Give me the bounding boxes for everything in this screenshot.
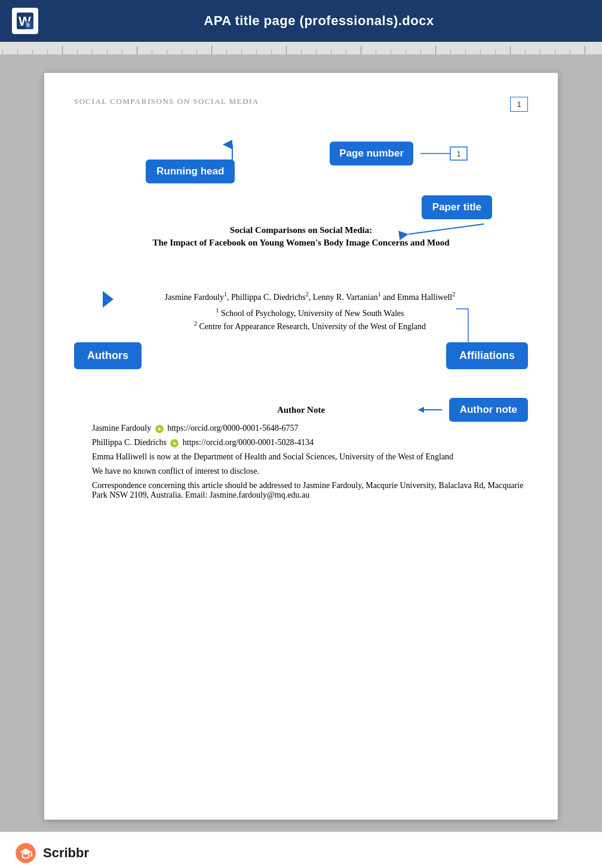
author-note-line-1: Jasmine Fardouly ● https://orcid.org/000… (74, 424, 528, 433)
paper-title-area: Social Comparisons on Social Media: The … (74, 219, 528, 266)
paper-content: SOCIAL COMPARISONS ON SOCIAL MEDIA 1 Run… (74, 97, 528, 500)
correspondence-line: Correspondence concerning this article s… (74, 481, 528, 500)
authors-section: Jasmine Fardouly1, Phillippa C. Diedrich… (74, 291, 528, 332)
running-head-label: Running head (146, 160, 235, 183)
author-note-annotation: Author note (413, 398, 528, 422)
svg-marker-18 (418, 407, 424, 413)
paper-title-label: Paper title (422, 195, 492, 219)
orcid-icon-1: ● (155, 425, 164, 433)
author-note-line-3: Emma Halliwell is now at the Department … (74, 452, 528, 462)
top-bar: W ≡ APA title page (professionals).docx (0, 0, 602, 42)
running-head-text: SOCIAL COMPARISONS ON SOCIAL MEDIA (74, 97, 259, 106)
author-note-section: Author Note Author note Jasmine Fardouly… (74, 405, 528, 500)
author-note-arrow (413, 403, 443, 417)
authors-text-area: Jasmine Fardouly1, Phillippa C. Diedrich… (74, 291, 528, 332)
author-note-header-row: Author Note Author note (74, 405, 528, 415)
annotation-row-middle: Authors Affiliations (74, 342, 528, 369)
scribbr-icon (14, 842, 37, 864)
scribbr-brand-text: Scribbr (43, 845, 89, 861)
page-number-box: 1 (510, 97, 528, 112)
main-area: SOCIAL COMPARISONS ON SOCIAL MEDIA 1 Run… (0, 55, 602, 832)
page-number-connector: 1 (420, 145, 456, 162)
word-icon: W ≡ (12, 8, 38, 34)
scribbr-logo: Scribbr (14, 842, 89, 864)
orcid-icon-2: ● (170, 439, 179, 447)
svg-text:1: 1 (457, 150, 461, 158)
author-note-line-4: We have no known conflict of interest to… (74, 467, 528, 476)
affiliations-label: Affiliations (446, 342, 528, 369)
footer: Scribbr (0, 832, 602, 868)
author-note-line-2: Phillippa C. Diedrichs ● https://orcid.o… (74, 438, 528, 447)
page-number-annotation: Page number 1 (330, 142, 456, 165)
authors-label: Authors (74, 342, 142, 369)
document-title: APA title page (professionals).docx (48, 13, 590, 29)
ruler (0, 42, 602, 55)
document-page: SOCIAL COMPARISONS ON SOCIAL MEDIA 1 Run… (44, 73, 558, 820)
svg-point-21 (30, 855, 32, 857)
svg-text:≡: ≡ (26, 22, 30, 29)
